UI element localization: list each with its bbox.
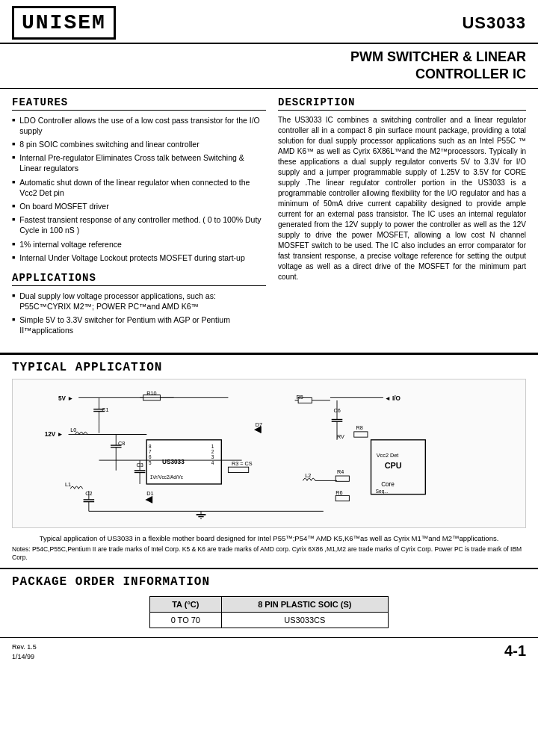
svg-text:◄ I/O: ◄ I/O [385,395,401,402]
svg-text:US3033: US3033 [162,458,185,465]
svg-text:R5: R5 [296,394,303,400]
svg-marker-75 [145,496,152,503]
svg-rect-46 [354,431,368,436]
footer-page: 4-1 [504,642,526,663]
features-list: LDO Controller allows the use of a low c… [12,115,266,263]
svg-text:R4: R4 [337,468,344,475]
left-column: FEATURES LDO Controller allows the use o… [12,96,266,345]
list-item: Internal Pre-regulator Eliminates Cross … [12,152,266,173]
svg-text:R8: R8 [356,424,362,431]
table-header-soic: 8 PIN PLASTIC SOIC (S) [221,596,388,612]
svg-rect-68 [228,467,248,472]
features-title: FEATURES [12,96,266,111]
svg-text:RV: RV [337,433,344,440]
svg-text:8: 8 [149,443,152,448]
svg-text:R3 = CS: R3 = CS [232,460,253,467]
svg-text:1Vr/Vcc2/Ad/Vc: 1Vr/Vcc2/Ad/Vc [150,474,184,479]
list-item: 8 pin SOIC combines switching and linear… [12,139,266,149]
list-item: Fastest transient response of any contro… [12,214,266,235]
svg-text:1: 1 [211,443,214,448]
svg-text:L2: L2 [305,471,311,478]
svg-text:2: 2 [211,449,214,454]
svg-text:4: 4 [211,459,214,465]
svg-text:12V ►: 12V ► [45,431,64,438]
company-logo: UniSem [12,6,116,40]
table-cell-temp: 0 TO 70 [150,612,222,628]
svg-text:3: 3 [211,454,214,459]
svg-text:C1: C1 [102,406,108,412]
svg-text:6: 6 [149,454,152,459]
table-cell-part: US3033CS [221,612,388,628]
list-item: LDO Controller allows the use of a low c… [12,115,266,136]
typical-application-section: TYPICAL APPLICATION 5V ► C1 R10 12V ► L0 [0,353,538,568]
svg-text:D1: D1 [146,490,153,497]
list-item: Simple 5V to 3.3V switcher for Pentium w… [12,315,266,335]
circuit-diagram: 5V ► C1 R10 12V ► L0 [12,379,526,528]
svg-text:Vcc2 Det: Vcc2 Det [377,451,398,458]
table-row: 0 TO 70 US3033CS [150,612,389,628]
list-item: 1% internal voltage reference [12,239,266,250]
svg-text:Core: Core [381,480,395,487]
main-content: FEATURES LDO Controller allows the use o… [0,89,538,353]
typical-app-title: TYPICAL APPLICATION [12,361,526,376]
package-title: PACKAGE ORDER INFORMATION [12,575,526,590]
list-item: Internal Under Voltage Lockout protects … [12,252,266,263]
svg-rect-52 [336,476,349,481]
right-column: DESCRIPTION The US3033 IC combines a swi… [278,96,526,345]
product-title: PWM SWITCHER & LINEAR CONTROLLER IC [12,49,526,84]
page-footer: Rev. 1.5 1/14/99 4-1 [0,637,538,666]
page-header: UniSem US3033 [0,0,538,44]
svg-text:5: 5 [149,459,152,465]
list-item: On board MOSFET driver [12,201,266,211]
svg-text:5V ►: 5V ► [58,395,73,402]
description-title: DESCRIPTION [278,96,526,111]
applications-title: APPLICATIONS [12,272,266,286]
svg-text:R6: R6 [336,489,342,495]
svg-rect-54 [336,495,349,501]
package-section: PACKAGE ORDER INFORMATION TA (°C) 8 PIN … [0,568,538,634]
circuit-notes: Notes: P54C,P55C,Pentium II are trade ma… [12,545,526,562]
svg-text:L0: L0 [70,426,76,433]
svg-text:C8: C8 [118,440,125,447]
table-header-ta: TA (°C) [150,596,222,612]
svg-text:Seq...: Seq... [376,488,389,494]
footer-revision: Rev. 1.5 1/14/99 [12,642,37,663]
svg-text:L1: L1 [65,480,71,487]
circuit-caption: Typical application of US3033 in a flexi… [12,534,526,542]
list-item: Automatic shut down of the linear regula… [12,177,266,198]
description-body: The US3033 IC combines a switching contr… [278,115,526,282]
applications-list: Dual supply low voltage processor applic… [12,291,266,336]
part-number: US3033 [462,13,526,33]
list-item: Dual supply low voltage processor applic… [12,291,266,312]
svg-text:R10: R10 [146,389,156,396]
svg-text:CPU: CPU [385,461,402,470]
subtitle-bar: PWM SWITCHER & LINEAR CONTROLLER IC [0,44,538,89]
package-table: TA (°C) 8 PIN PLASTIC SOIC (S) 0 TO 70 U… [149,596,389,628]
svg-text:7: 7 [149,449,152,454]
